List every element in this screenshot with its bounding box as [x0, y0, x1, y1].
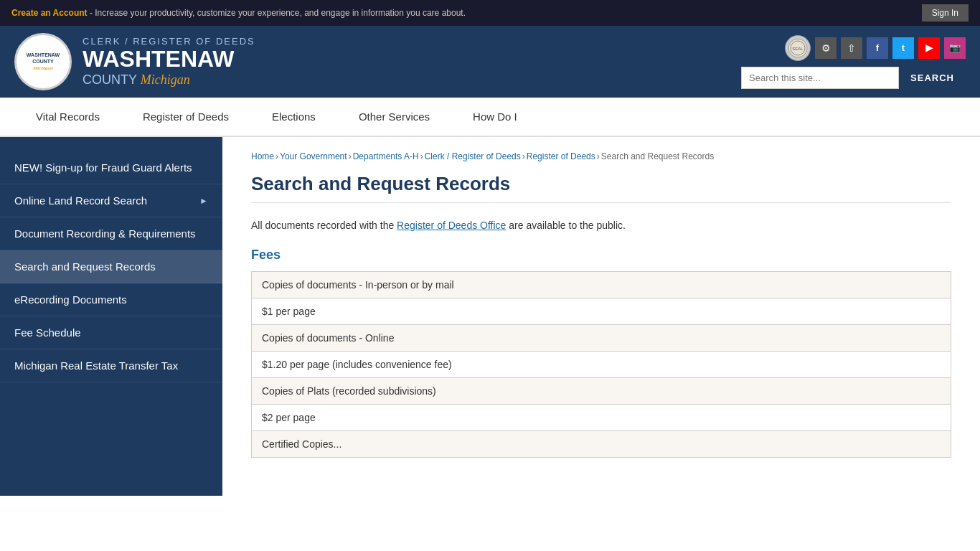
fee-item-label: $1 per page: [252, 298, 951, 325]
washtenaw-line: WASHTENAW: [83, 47, 255, 72]
instagram-icon[interactable]: 📷: [944, 37, 966, 59]
sidebar-item-label: Search and Request Records: [14, 260, 156, 273]
page-title: Search and Request Records: [251, 173, 951, 203]
header-right: SEAL ⚙ ⇧ f t ▶ 📷 SEARCH: [741, 35, 966, 89]
table-row: $1.20 per page (includes convenience fee…: [252, 352, 951, 378]
search-bar: SEARCH: [741, 67, 966, 89]
sidebar-item-label: NEW! Sign-up for Fraud Guard Alerts: [14, 161, 192, 174]
nav-how-do-i[interactable]: How Do I: [451, 98, 539, 136]
fees-title: Fees: [251, 248, 951, 263]
create-account-link[interactable]: Create an Account: [11, 8, 88, 18]
table-row: Copies of documents - In-person or by ma…: [252, 272, 951, 298]
sidebar-item-label: Online Land Record Search: [14, 194, 147, 207]
breadcrumb-register-of-deeds[interactable]: Register of Deeds: [527, 151, 595, 161]
fee-item-label: Copies of Plats (recorded subdivisions): [252, 378, 951, 405]
table-row: $2 per page: [252, 405, 951, 431]
breadcrumb-separator: ›: [275, 151, 278, 161]
main-nav: Vital Records Register of Deeds Election…: [0, 98, 980, 137]
sign-in-button[interactable]: Sign In: [922, 4, 969, 22]
breadcrumb-separator: ›: [597, 151, 600, 161]
search-input[interactable]: [741, 67, 899, 89]
settings-icon[interactable]: ⚙: [815, 37, 837, 59]
clerk-register-line: CLERK / REGISTER OF DEEDS: [83, 36, 255, 47]
svg-text:SEAL: SEAL: [792, 47, 804, 51]
sidebar-item-real-estate-transfer-tax[interactable]: Michigan Real Estate Transfer Tax: [0, 349, 222, 382]
main-wrapper: NEW! Sign-up for Fraud Guard Alerts Onli…: [0, 137, 980, 496]
michigan-script: Michigan: [141, 72, 190, 87]
share-icon[interactable]: ⇧: [841, 37, 862, 59]
sidebar-item-fee-schedule[interactable]: Fee Schedule: [0, 316, 222, 349]
table-row: Copies of documents - Online: [252, 325, 951, 352]
header-title: CLERK / REGISTER OF DEEDS WASHTENAW COUN…: [83, 36, 255, 87]
sidebar-item-fraud-guard[interactable]: NEW! Sign-up for Fraud Guard Alerts: [0, 151, 222, 184]
sidebar-item-land-record-search[interactable]: Online Land Record Search ►: [0, 184, 222, 217]
intro-text-before: All documents recorded with the: [251, 220, 397, 231]
fee-item-label: Certified Copies...: [252, 431, 951, 458]
header-logo: WASHTENAW COUNTY Michigan CLERK / REGIST…: [14, 33, 255, 90]
sidebar-item-search-request-records[interactable]: Search and Request Records: [0, 250, 222, 283]
register-of-deeds-office-link[interactable]: Register of Deeds Office: [397, 220, 506, 231]
breadcrumb-separator: ›: [522, 151, 525, 161]
sidebar-item-label: Document Recording & Requirements: [14, 227, 196, 240]
intro-paragraph: All documents recorded with the Register…: [251, 217, 951, 233]
facebook-icon[interactable]: f: [867, 37, 888, 59]
breadcrumb-clerk[interactable]: Clerk / Register of Deeds: [425, 151, 521, 161]
main-content: Home › Your Government › Departments A-H…: [222, 137, 980, 496]
county-line: COUNTY Michigan: [83, 72, 255, 88]
sidebar-item-document-recording[interactable]: Document Recording & Requirements: [0, 217, 222, 250]
breadcrumb-current: Search and Request Records: [601, 151, 714, 161]
header: WASHTENAW COUNTY Michigan CLERK / REGIST…: [0, 26, 980, 98]
sidebar-item-label: Michigan Real Estate Transfer Tax: [14, 359, 178, 372]
nav-other-services[interactable]: Other Services: [337, 98, 451, 136]
logo-circle: WASHTENAW COUNTY Michigan: [14, 33, 72, 90]
fee-item-label: $1.20 per page (includes convenience fee…: [252, 352, 951, 378]
breadcrumb-separator: ›: [349, 151, 352, 161]
search-button[interactable]: SEARCH: [899, 67, 966, 88]
breadcrumb-separator: ›: [420, 151, 423, 161]
nav-vital-records[interactable]: Vital Records: [14, 98, 121, 136]
fee-item-label: $2 per page: [252, 405, 951, 431]
chevron-right-icon: ►: [199, 196, 208, 206]
nav-elections[interactable]: Elections: [250, 98, 337, 136]
top-bar: Create an Account - Increase your produc…: [0, 0, 980, 26]
sidebar-item-label: eRecording Documents: [14, 293, 127, 306]
fees-table: Copies of documents - In-person or by ma…: [251, 271, 951, 458]
sidebar-item-label: Fee Schedule: [14, 326, 81, 339]
nav-register-of-deeds[interactable]: Register of Deeds: [121, 98, 250, 136]
table-row: $1 per page: [252, 298, 951, 325]
fee-item-label: Copies of documents - Online: [252, 325, 951, 352]
topbar-tagline: - Increase your productivity, customize …: [88, 8, 466, 18]
youtube-icon[interactable]: ▶: [918, 37, 940, 59]
sidebar: NEW! Sign-up for Fraud Guard Alerts Onli…: [0, 137, 222, 496]
intro-text-after: are available to the public.: [509, 220, 626, 231]
sidebar-item-erecording[interactable]: eRecording Documents: [0, 283, 222, 316]
table-row: Certified Copies...: [252, 431, 951, 458]
county-text: COUNTY: [83, 72, 137, 87]
breadcrumb: Home › Your Government › Departments A-H…: [251, 151, 951, 161]
breadcrumb-departments[interactable]: Departments A-H: [353, 151, 419, 161]
twitter-icon[interactable]: t: [892, 37, 914, 59]
breadcrumb-your-government[interactable]: Your Government: [280, 151, 347, 161]
breadcrumb-home[interactable]: Home: [251, 151, 274, 161]
fee-item-label: Copies of documents - In-person or by ma…: [252, 272, 951, 298]
logo-circle-inner: WASHTENAW COUNTY Michigan: [27, 52, 60, 71]
gov-seal-icon: SEAL: [785, 35, 811, 61]
header-icons: SEAL ⚙ ⇧ f t ▶ 📷: [785, 35, 966, 61]
table-row: Copies of Plats (recorded subdivisions): [252, 378, 951, 405]
